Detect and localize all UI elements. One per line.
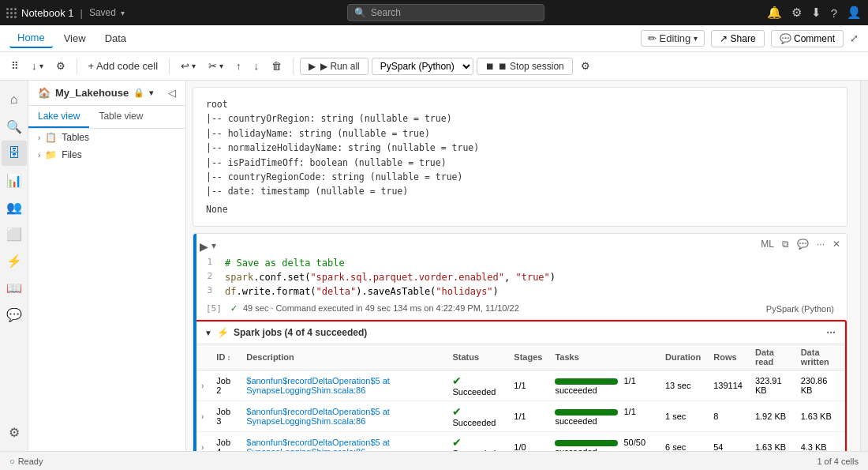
gear-icon[interactable]: ⚙: [791, 6, 802, 20]
tab-table-view[interactable]: Table view: [89, 106, 152, 128]
tree-files[interactable]: › 📁 Files: [28, 146, 185, 164]
delete-btn[interactable]: 🗑: [267, 57, 286, 75]
stop-session-button[interactable]: ⏹ ⏹ Stop session: [477, 58, 573, 75]
run-all-button[interactable]: ▶ ▶ Run all: [300, 58, 369, 75]
spark-jobs-more-icon[interactable]: ···: [826, 326, 836, 339]
undo-icon: ↩: [181, 60, 189, 72]
stop-icon: ⏹: [485, 61, 495, 72]
cell-ml-btn[interactable]: ML: [758, 237, 777, 251]
job-expand[interactable]: ›: [195, 432, 210, 451]
spark-job-row[interactable]: › Job 3 $anonfun$recordDeltaOperation$5 …: [195, 401, 845, 432]
spark-jobs-title: Spark jobs (4 of 4 succeeded): [234, 327, 367, 338]
move-down-btn[interactable]: ↓: [249, 57, 264, 75]
lakehouse-name: My_Lakehouse: [55, 87, 129, 99]
sidebar-icon-graph[interactable]: 📊: [2, 167, 27, 193]
user-avatar[interactable]: 👤: [847, 6, 862, 20]
sidebar-icon-settings[interactable]: ⚙: [2, 419, 27, 445]
sidebar-icon-comment2[interactable]: 💬: [2, 302, 27, 327]
col-stages: Stages: [507, 344, 548, 370]
status-bar: ○ Ready 1 of 4 cells: [0, 451, 868, 470]
undo-btn[interactable]: ↩ ▾: [176, 57, 200, 75]
cell-schema: root |-- countryOrRegion: string (nullab…: [193, 87, 847, 227]
code-area[interactable]: 1 # Save as delta table 2 spark.conf.set…: [193, 253, 847, 302]
scrollbar[interactable]: [860, 81, 868, 451]
job-duration: 13 sec: [659, 370, 707, 401]
left-panel-header: 🏠 My_Lakehouse 🔒 ▾ ◁: [28, 81, 185, 106]
bell-icon[interactable]: 🔔: [767, 6, 782, 20]
pencil-icon: ✏: [648, 32, 657, 44]
cell-toolbar: ML ⧉ 💬 ··· ✕: [758, 237, 844, 251]
cell-copy-btn[interactable]: ⧉: [779, 237, 792, 251]
sidebar-icon-home[interactable]: ⌂: [2, 87, 27, 112]
spark-job-row[interactable]: › Job 4 $anonfun$recordDeltaOperation$5 …: [195, 432, 845, 451]
kernel-label: PySpark (Python): [766, 304, 834, 314]
job-stages: 1/1: [507, 401, 548, 432]
move-up-btn[interactable]: ↑: [231, 57, 246, 75]
cell-delete-btn[interactable]: ✕: [829, 237, 844, 251]
tree-tables[interactable]: › 📋 Tables: [28, 129, 185, 146]
job-stages: 1/1: [507, 370, 548, 401]
col-data-written: Data written: [795, 344, 845, 370]
spark-jobs-collapse-icon: ▼: [204, 329, 212, 337]
editing-badge[interactable]: ✏ Editing ▾: [641, 30, 705, 47]
files-label: Files: [62, 149, 81, 160]
ready-label: Ready: [18, 457, 43, 466]
cut-btn[interactable]: ✂ ▾: [204, 57, 228, 75]
tables-icon: 📋: [45, 132, 57, 143]
job-tasks: 50/50 succeeded: [548, 432, 659, 451]
share-button[interactable]: ↗ Share: [711, 30, 764, 47]
sidebar-icon-blocks[interactable]: ⬜: [2, 221, 27, 246]
expand-icon[interactable]: ⤢: [850, 32, 859, 44]
cell-run-button[interactable]: ▶: [200, 240, 208, 253]
spark-jobs-table: ID Description Status Stages Tasks Durat…: [195, 344, 845, 451]
add-code-btn[interactable]: + Add code cell: [84, 57, 163, 75]
download-icon[interactable]: ⬇: [811, 6, 821, 20]
sidebar-icon-data[interactable]: 🗄: [2, 141, 27, 166]
menu-data[interactable]: Data: [97, 29, 134, 47]
panel-collapse-icon[interactable]: ◁: [168, 87, 176, 99]
kernel-select[interactable]: PySpark (Python): [372, 58, 473, 75]
menu-home[interactable]: Home: [9, 28, 53, 48]
cell-comment-btn[interactable]: 💬: [794, 237, 812, 251]
check-icon: ✓: [230, 303, 238, 313]
move-icon: ⠿: [11, 60, 19, 72]
schema-line-1: |-- countryOrRegion: string (nullable = …: [206, 111, 837, 126]
sidebar-icon-lightning[interactable]: ⚡: [2, 248, 27, 273]
cell-collapse-icon[interactable]: ▾: [211, 240, 216, 251]
search-icon: 🔍: [354, 7, 366, 18]
stop-settings-btn[interactable]: ⚙: [576, 57, 595, 75]
collapse-btn[interactable]: ↓ ▾: [27, 57, 48, 75]
sidebar-icon-search[interactable]: 🔍: [2, 114, 27, 139]
schema-line-5: |-- countryRegionCode: string (nullable …: [206, 170, 837, 184]
sidebar-icon-book[interactable]: 📖: [2, 275, 27, 300]
lakehouse-chevron-icon[interactable]: ▾: [149, 88, 153, 97]
spark-jobs-panel: ▼ ⚡ Spark jobs (4 of 4 succeeded) ··· ID…: [193, 320, 847, 451]
sidebar-icon-people[interactable]: 👥: [2, 194, 27, 220]
comment-icon: 💬: [780, 33, 791, 44]
spark-job-row[interactable]: › Job 2 $anonfun$recordDeltaOperation$5 …: [195, 370, 845, 401]
save-chevron-icon[interactable]: ▾: [121, 9, 125, 17]
schema-line-2: |-- holidayName: string (nullable = true…: [206, 126, 837, 141]
lakehouse-icon: 🏠: [38, 87, 51, 99]
left-panel-tabs: Lake view Table view: [28, 106, 185, 129]
spark-jobs-header[interactable]: ▼ ⚡ Spark jobs (4 of 4 succeeded) ···: [195, 321, 845, 344]
job-description: $anonfun$recordDeltaOperation$5 at Synap…: [240, 401, 446, 432]
col-id[interactable]: ID: [210, 344, 240, 370]
stop-gear-icon: ⚙: [581, 60, 590, 72]
job-expand[interactable]: ›: [195, 401, 210, 432]
comment-button[interactable]: 💬 Comment: [771, 30, 844, 47]
up-icon: ↑: [236, 60, 241, 72]
tab-lake-view[interactable]: Lake view: [28, 106, 89, 128]
menu-view[interactable]: View: [56, 29, 94, 47]
job-expand[interactable]: ›: [195, 370, 210, 401]
job-status: ✔ Succeeded: [446, 370, 507, 401]
job-rows: 54: [707, 432, 749, 451]
search-box[interactable]: 🔍 Search: [347, 4, 544, 21]
title-bar-center: 🔍 Search: [131, 4, 761, 21]
move-toolbar-btn[interactable]: ⠿: [6, 57, 24, 75]
help-icon[interactable]: ?: [831, 6, 837, 20]
notebook-name[interactable]: Notebook 1: [21, 7, 74, 19]
cell-more-btn[interactable]: ···: [814, 237, 828, 251]
settings-btn[interactable]: ⚙: [51, 57, 70, 75]
lock-icon: 🔒: [133, 88, 144, 98]
